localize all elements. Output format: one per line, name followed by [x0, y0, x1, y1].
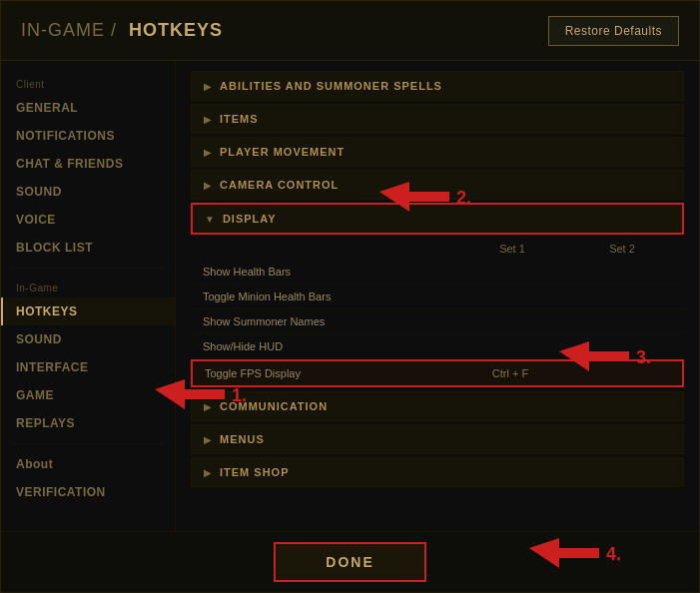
expand-arrow-items: ▶ — [204, 114, 212, 125]
sidebar-item-about[interactable]: About — [1, 450, 175, 478]
hotkey-table-header: Set 1 Set 2 — [191, 238, 684, 260]
restore-defaults-button[interactable]: Restore Defaults — [548, 16, 679, 46]
sidebar-item-voice[interactable]: VOICE — [1, 206, 175, 234]
sidebar-item-game[interactable]: GAME — [1, 381, 175, 409]
hotkey-row-show-health-bars[interactable]: Show Health Bars — [191, 260, 684, 285]
col-header-set2: Set 2 — [572, 243, 672, 255]
sidebar-item-sound-client[interactable]: SOUND — [1, 178, 175, 206]
sidebar-item-sound-ingame[interactable]: SOUND — [1, 325, 175, 353]
page-title: IN-GAME / HOTKEYS — [21, 20, 223, 41]
footer: DONE — [1, 531, 699, 592]
content-area: ▶ ABILITIES AND SUMMONER SPELLS ▶ ITEMS … — [176, 61, 699, 531]
expand-arrow-menus: ▶ — [204, 434, 212, 445]
done-button[interactable]: DONE — [274, 542, 425, 582]
sidebar-item-replays[interactable]: REPLAYS — [1, 409, 175, 437]
expand-arrow-abilities: ▶ — [204, 81, 212, 92]
sidebar-divider — [11, 268, 165, 269]
hotkey-row-toggle-fps[interactable]: Toggle FPS Display Ctrl + F — [191, 359, 684, 387]
main-content: Client GENERAL NOTIFICATIONS CHAT & FRIE… — [1, 61, 699, 531]
category-menus[interactable]: ▶ MENUS — [191, 424, 684, 454]
sidebar-section-client: Client — [1, 71, 175, 94]
breadcrumb-prefix: IN-GAME / — [21, 20, 117, 40]
category-display[interactable]: ▼ DISPLAY — [191, 203, 684, 235]
sidebar-item-notifications[interactable]: NOTIFICATIONS — [1, 122, 175, 150]
category-camera-control[interactable]: ▶ CAMERA CONTROL — [191, 170, 684, 200]
sidebar-item-interface[interactable]: INTERFACE — [1, 353, 175, 381]
hotkey-row-toggle-minion-health[interactable]: Toggle Minion Health Bars — [191, 285, 684, 309]
expand-arrow-display: ▼ — [205, 214, 215, 225]
sidebar-item-chat-friends[interactable]: CHAT & FRIENDS — [1, 150, 175, 178]
col-header-name — [203, 243, 452, 255]
expand-arrow-camera-control: ▶ — [204, 180, 212, 191]
header: IN-GAME / HOTKEYS Restore Defaults — [1, 1, 699, 61]
sidebar-item-general[interactable]: GENERAL — [1, 94, 175, 122]
expand-arrow-player-movement: ▶ — [204, 147, 212, 158]
sidebar-item-verification[interactable]: VERIFICATION — [1, 478, 175, 506]
category-player-movement[interactable]: ▶ PLAYER MOVEMENT — [191, 137, 684, 167]
sidebar-item-hotkeys[interactable]: HOTKEYS — [1, 297, 175, 325]
expand-arrow-item-shop: ▶ — [204, 467, 212, 478]
breadcrumb-current: HOTKEYS — [129, 20, 223, 40]
sidebar-item-blocklist[interactable]: BLOCK LIST — [1, 234, 175, 262]
category-communication[interactable]: ▶ COMMUNICATION — [191, 391, 684, 421]
category-abilities[interactable]: ▶ ABILITIES AND SUMMONER SPELLS — [191, 71, 684, 101]
expand-arrow-communication: ▶ — [204, 401, 212, 412]
col-header-set1: Set 1 — [452, 243, 572, 255]
sidebar-divider-2 — [11, 443, 165, 444]
category-items[interactable]: ▶ ITEMS — [191, 104, 684, 134]
sidebar-section-ingame: In-Game — [1, 275, 175, 297]
hotkey-row-show-hide-hud[interactable]: Show/Hide HUD — [191, 334, 684, 359]
category-item-shop[interactable]: ▶ ITEM SHOP — [191, 457, 684, 487]
hotkey-row-show-summoner-names[interactable]: Show Summoner Names — [191, 309, 684, 334]
sidebar: Client GENERAL NOTIFICATIONS CHAT & FRIE… — [1, 61, 176, 531]
